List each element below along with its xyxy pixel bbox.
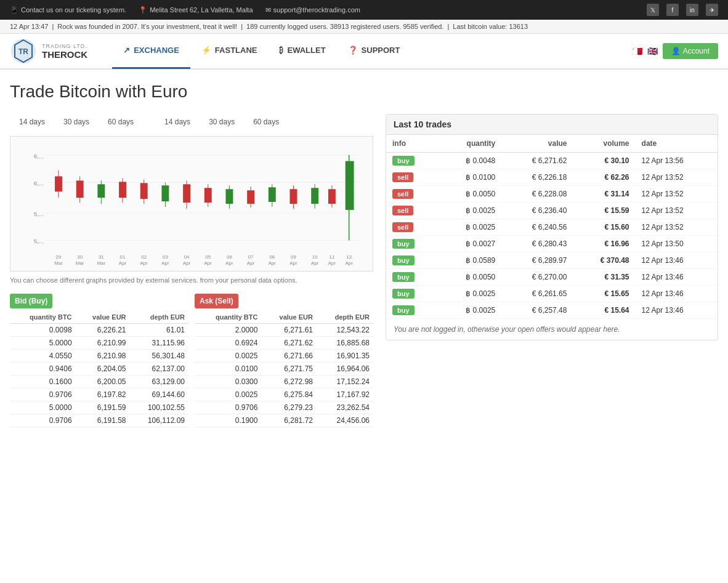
svg-text:Apr: Apr <box>161 260 169 266</box>
svg-rect-20 <box>140 183 148 199</box>
trades-panel: Last 10 trades info quantity value volum… <box>386 114 718 340</box>
trade-value: € 6,271.62 <box>501 153 573 169</box>
trade-value: € 6,257.48 <box>501 302 573 319</box>
trade-row: buy ฿ 0.0027 € 6,280.43 € 16.96 12 Apr 1… <box>386 236 718 252</box>
ask-cell-2: 23,262.54 <box>317 401 373 414</box>
telegram-icon[interactable]: ✈ <box>706 4 718 16</box>
chart-tabs: 14 days 30 days 60 days 14 days 30 days … <box>10 114 373 130</box>
trade-row: sell ฿ 0.0050 € 6,228.08 € 31.14 12 Apr … <box>386 186 718 203</box>
logo-svg: TR <box>10 38 37 65</box>
trades-table: info quantity value volume date buy ฿ 0.… <box>386 135 718 319</box>
trade-badge-cell: buy <box>386 153 438 169</box>
trade-date: 12 Apr 13:52 <box>636 186 718 203</box>
trade-volume: € 15.59 <box>573 203 635 219</box>
trade-type-badge: buy <box>392 255 415 265</box>
trade-quantity: ฿ 0.0100 <box>438 169 501 186</box>
svg-text:Mar: Mar <box>97 260 106 266</box>
ticker-bitcoin: Last bitcoin value: 13613 <box>453 23 528 30</box>
ask-cell-2: 12,543.22 <box>317 324 373 337</box>
svg-rect-26 <box>204 188 212 203</box>
trade-type-badge: sell <box>392 172 413 182</box>
svg-rect-34 <box>290 189 297 204</box>
svg-text:05: 05 <box>205 254 211 260</box>
ask-row: 0.00256,271.6616,901.35 <box>195 350 373 363</box>
linkedin-icon[interactable]: in <box>686 4 698 16</box>
ask-cell-0: 2.0000 <box>195 324 261 337</box>
trade-value: € 6,289.97 <box>501 252 573 269</box>
bid-row: 0.16006,200.0563,129.00 <box>10 376 188 388</box>
svg-text:30: 30 <box>77 254 83 260</box>
svg-text:5,...: 5,... <box>34 211 44 217</box>
svg-rect-32 <box>269 187 276 202</box>
svg-text:Apr: Apr <box>225 260 233 266</box>
svg-text:Apr: Apr <box>311 260 319 266</box>
main-content: Trade Bitcoin with Euro 14 days 30 days … <box>0 70 728 440</box>
svg-text:12: 12 <box>346 254 352 260</box>
chart-tab-30d-2[interactable]: 30 days <box>200 114 244 130</box>
bid-row: 5.00006,210.9931,115.96 <box>10 337 188 350</box>
nav-fastlane[interactable]: ⚡ FASTLANE <box>190 33 269 69</box>
chart-tab-30d-1[interactable]: 30 days <box>54 114 99 130</box>
trade-date: 12 Apr 13:46 <box>636 252 718 269</box>
ask-cell-1: 6,281.72 <box>261 414 317 427</box>
trade-date: 12 Apr 13:52 <box>636 219 718 236</box>
trade-badge-cell: buy <box>386 269 438 286</box>
bid-row: 0.97066,191.58106,112.09 <box>10 414 188 427</box>
trade-type-badge: buy <box>392 156 415 166</box>
nav-support[interactable]: ❓ SUPPORT <box>337 33 411 69</box>
chart-tab-60d-2[interactable]: 60 days <box>244 114 288 130</box>
logo[interactable]: TR TRADING LTD. THEROCK <box>10 38 87 65</box>
ask-cell-1: 6,271.61 <box>261 324 317 337</box>
chart-tab-14d-1[interactable]: 14 days <box>10 114 54 130</box>
bid-cell-0: 0.0098 <box>10 324 76 337</box>
svg-rect-14 <box>76 180 84 198</box>
bid-cell-2: 61.01 <box>130 324 188 337</box>
svg-rect-16 <box>97 184 105 198</box>
svg-text:TR: TR <box>18 47 28 56</box>
ask-col-val: value EUR <box>261 311 317 324</box>
ask-cell-0: 0.0100 <box>195 363 261 376</box>
bid-cell-0: 5.0000 <box>10 337 76 350</box>
trade-value: € 6,261.65 <box>501 286 573 302</box>
ewallet-icon: ₿ <box>279 46 283 55</box>
nav-exchange[interactable]: ↗ EXCHANGE <box>112 33 190 69</box>
trade-badge-cell: buy <box>386 236 438 252</box>
bid-table: quantity BTC value EUR depth EUR 0.00986… <box>10 311 188 427</box>
ask-cell-2: 24,456.06 <box>317 414 373 427</box>
bid-cell-0: 0.9706 <box>10 388 76 401</box>
flag-mt[interactable]: 🇲🇹 <box>632 46 642 56</box>
trade-date: 12 Apr 13:46 <box>636 302 718 319</box>
twitter-icon[interactable]: 𝕏 <box>647 4 659 16</box>
ask-book: Ask (Sell) quantity BTC value EUR depth … <box>195 294 373 427</box>
chart-tab-60d-1[interactable]: 60 days <box>99 114 143 130</box>
ask-cell-0: 0.0025 <box>195 350 261 363</box>
chart-tab-14d-2[interactable]: 14 days <box>155 114 200 130</box>
bid-cell-1: 6,200.05 <box>76 376 130 388</box>
trade-quantity: ฿ 0.0025 <box>438 286 501 302</box>
ask-cell-1: 6,275.84 <box>261 388 317 401</box>
svg-text:Apr: Apr <box>247 260 255 266</box>
bid-cell-1: 6,210.98 <box>76 350 130 363</box>
bid-row: 5.00006,191.59100,102.55 <box>10 401 188 414</box>
svg-text:Apr: Apr <box>345 260 353 266</box>
svg-text:Apr: Apr <box>328 260 336 266</box>
ask-col-qty: quantity BTC <box>195 311 261 324</box>
trade-row: sell ฿ 0.0025 € 6,240.56 € 15.60 12 Apr … <box>386 219 718 236</box>
trade-volume: € 370.48 <box>573 252 635 269</box>
facebook-icon[interactable]: f <box>666 4 679 16</box>
contact-link[interactable]: 📱 Contact us on our ticketing system. <box>10 6 126 14</box>
ask-cell-1: 6,279.23 <box>261 401 317 414</box>
trade-type-badge: buy <box>392 272 415 282</box>
nav-ewallet[interactable]: ₿ EWALLET <box>268 33 336 69</box>
account-button[interactable]: 👤 Account <box>663 43 718 59</box>
trade-date: 12 Apr 13:46 <box>636 286 718 302</box>
exchange-icon: ↗ <box>123 46 130 55</box>
email-info: ✉ support@therocktrading.com <box>265 6 360 14</box>
svg-rect-22 <box>161 185 169 201</box>
svg-text:Apr: Apr <box>119 260 127 266</box>
trade-quantity: ฿ 0.0025 <box>438 203 501 219</box>
bid-cell-1: 6,191.59 <box>76 401 130 414</box>
bid-cell-1: 6,191.58 <box>76 414 130 427</box>
svg-rect-38 <box>328 189 336 204</box>
flag-gb[interactable]: 🇬🇧 <box>647 46 658 56</box>
